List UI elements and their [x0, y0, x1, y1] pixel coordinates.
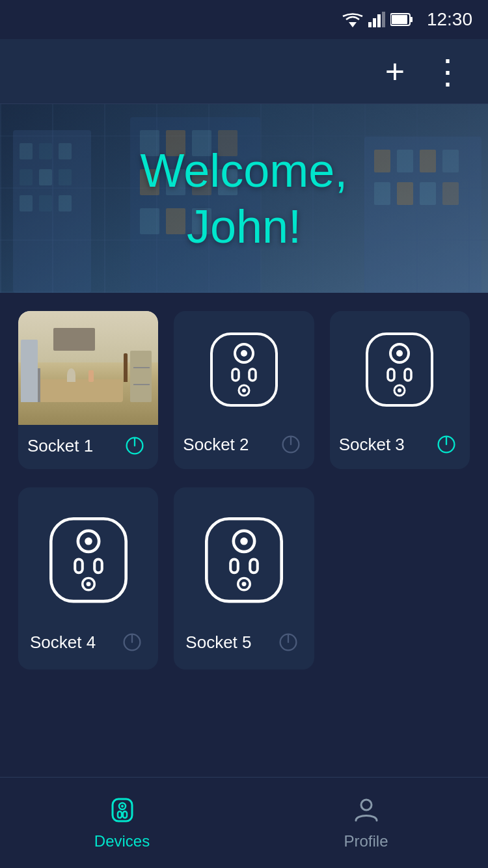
svg-point-65	[86, 582, 90, 586]
status-time: 12:30	[427, 9, 472, 30]
svg-rect-2	[373, 18, 376, 27]
svg-rect-33	[420, 150, 436, 172]
svg-rect-81	[123, 811, 127, 818]
socket4-label: Socket 4	[30, 632, 96, 653]
svg-rect-13	[39, 169, 52, 185]
svg-rect-80	[118, 811, 122, 818]
svg-marker-0	[349, 22, 357, 27]
svg-rect-16	[39, 195, 52, 211]
socket5-icon	[195, 513, 293, 610]
svg-rect-53	[388, 369, 394, 381]
nav-devices[interactable]: Devices	[0, 785, 244, 861]
device-card-socket4[interactable]: Socket 4	[18, 487, 158, 670]
svg-rect-32	[397, 150, 413, 172]
svg-rect-34	[442, 150, 459, 172]
svg-rect-37	[420, 182, 436, 205]
svg-point-52	[396, 350, 403, 357]
svg-rect-31	[374, 150, 390, 172]
socket3-icon	[330, 311, 470, 425]
socket5-label: Socket 5	[185, 632, 251, 653]
svg-rect-11	[59, 143, 72, 159]
svg-point-61	[85, 537, 92, 545]
svg-point-82	[361, 800, 372, 810]
socket2-power-btn[interactable]	[277, 430, 305, 459]
device-card-socket5[interactable]: Socket 5	[174, 487, 314, 670]
socket3-label: Socket 3	[339, 435, 405, 455]
svg-point-74	[242, 582, 247, 586]
socket1-label: Socket 1	[27, 436, 93, 456]
hero-banner: Welcome, John!	[0, 104, 488, 293]
devices-icon	[108, 796, 137, 827]
toolbar: + ⋮	[0, 39, 488, 104]
svg-rect-63	[94, 560, 102, 573]
socket2-label: Socket 2	[183, 435, 249, 455]
device-card-socket2[interactable]: Socket 2	[174, 311, 314, 469]
svg-rect-36	[397, 182, 413, 205]
svg-rect-4	[382, 12, 385, 27]
svg-rect-7	[392, 15, 407, 24]
socket4-icon	[40, 513, 137, 610]
svg-rect-62	[75, 560, 83, 573]
socket2-icon	[174, 311, 314, 425]
more-button[interactable]: ⋮	[431, 55, 465, 88]
svg-point-47	[242, 388, 246, 392]
svg-rect-15	[20, 195, 33, 211]
svg-point-70	[240, 537, 248, 545]
svg-rect-17	[59, 195, 72, 211]
device-card-socket1[interactable]: Socket 1	[18, 311, 158, 469]
svg-rect-45	[249, 369, 256, 381]
svg-rect-12	[20, 169, 33, 185]
svg-rect-1	[368, 22, 372, 27]
svg-rect-72	[250, 560, 258, 573]
svg-rect-14	[59, 169, 72, 185]
svg-rect-35	[374, 182, 390, 205]
svg-rect-10	[39, 143, 52, 159]
svg-rect-71	[230, 560, 238, 573]
signal-icon	[368, 12, 385, 27]
svg-rect-54	[405, 369, 411, 381]
svg-rect-44	[232, 369, 239, 381]
socket3-power-btn[interactable]	[432, 430, 461, 459]
profile-icon	[352, 796, 381, 827]
svg-rect-6	[410, 17, 413, 22]
signal-icons	[342, 12, 414, 27]
wifi-icon	[342, 12, 363, 27]
socket1-power-btn[interactable]	[120, 431, 149, 460]
bottom-nav: Devices Profile	[0, 777, 488, 868]
device-card-socket3[interactable]: Socket 3	[330, 311, 470, 469]
hero-text: Welcome, John!	[141, 142, 348, 255]
device-grid-row2: Socket 4	[0, 487, 488, 688]
socket5-power-btn[interactable]	[274, 628, 303, 657]
welcome-line2: John!	[141, 198, 348, 254]
svg-point-56	[398, 388, 401, 392]
status-bar: 12:30	[0, 0, 488, 39]
nav-devices-label: Devices	[94, 832, 150, 850]
nav-profile-label: Profile	[344, 832, 388, 850]
svg-rect-38	[442, 182, 459, 205]
device-grid-row1: Socket 1	[0, 293, 488, 487]
svg-rect-9	[20, 143, 33, 159]
welcome-line1: Welcome,	[141, 142, 348, 198]
battery-icon	[390, 12, 414, 27]
nav-profile[interactable]: Profile	[244, 785, 488, 861]
svg-point-43	[241, 350, 247, 357]
socket4-power-btn[interactable]	[118, 628, 146, 657]
svg-point-79	[121, 805, 124, 807]
add-button[interactable]: +	[385, 55, 405, 88]
svg-rect-3	[377, 14, 381, 27]
